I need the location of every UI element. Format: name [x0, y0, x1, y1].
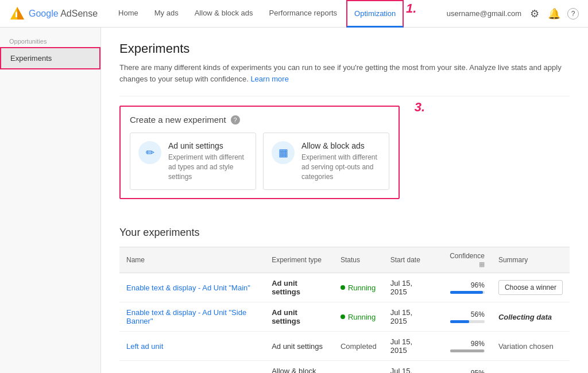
settings-icon[interactable]: ⚙ — [528, 7, 541, 20]
step1-label: 1. — [406, 1, 416, 16]
card-grid-icon: ▦ — [272, 141, 295, 164]
sidebar-section-opportunities: Opportunities — [0, 32, 100, 47]
row-confidence: 98% — [434, 332, 491, 361]
create-help-icon[interactable]: ? — [231, 115, 240, 125]
sidebar: Opportunities Experiments 2. — [0, 28, 101, 373]
table-header: Name Experiment type Status Start date C… — [119, 247, 570, 273]
experiments-table: Name Experiment type Status Start date C… — [119, 247, 570, 373]
sidebar-item-experiments[interactable]: Experiments — [0, 47, 100, 69]
status-running: Running — [341, 313, 377, 321]
create-experiment-section: Create a new experiment ? ✏ Ad unit sett… — [119, 106, 400, 211]
card-allow-block-ads[interactable]: ▦ Allow & block ads Experiment with diff… — [263, 133, 389, 190]
row-name: Enable text & display - Ad Unit "Side Ba… — [119, 302, 265, 332]
choose-winner-button[interactable]: Choose a winner — [498, 280, 563, 295]
nav-right: username@gmail.com ⚙ 🔔 ? — [447, 7, 579, 20]
logo-adsense: AdSense — [59, 9, 98, 19]
page-description: There are many different kinds of experi… — [119, 62, 570, 84]
experiments-tbody: Enable text & display - Ad Unit "Main"Ad… — [119, 273, 570, 373]
page-title: Experiments — [119, 41, 570, 56]
row-confidence: 56% — [434, 302, 491, 332]
svg-rect-3 — [16, 11, 17, 13]
row-status: Completed — [334, 332, 384, 361]
col-name: Name — [119, 247, 265, 273]
nav-performance[interactable]: Performance reports — [262, 0, 345, 28]
svg-marker-1 — [17, 7, 24, 20]
nav-myads[interactable]: My ads — [148, 0, 185, 28]
row-name: Left ad unit — [119, 332, 265, 361]
row-summary: Variation chosen — [492, 332, 570, 361]
row-type: Ad unit settings — [265, 332, 334, 361]
svg-rect-2 — [16, 13, 17, 17]
table-row: Enable text & display - Ad Unit "Side Ba… — [119, 302, 570, 332]
card-allow-block-title: Allow & block ads — [301, 141, 381, 150]
top-navigation: Google AdSense Home My ads Allow & block… — [0, 0, 588, 28]
row-status: Running — [334, 302, 384, 332]
row-date: Jul 15, 2015 — [384, 332, 435, 361]
create-experiment-box: Create a new experiment ? ✏ Ad unit sett… — [119, 106, 400, 199]
user-email: username@gmail.com — [447, 9, 521, 18]
row-name: Gambling on or off? — [119, 361, 265, 373]
card-ad-unit-desc: Experiment with different ad types and a… — [168, 153, 247, 181]
notifications-icon[interactable]: 🔔 — [548, 7, 560, 20]
help-icon[interactable]: ? — [567, 8, 579, 20]
status-dot — [341, 314, 345, 319]
adsense-logo-icon — [9, 6, 25, 22]
col-date: Start date — [384, 247, 435, 273]
col-type: Experiment type — [265, 247, 334, 273]
row-summary: Variation chosen — [492, 361, 570, 373]
logo: Google AdSense — [9, 6, 98, 22]
confidence-help[interactable]: ▦ — [479, 261, 485, 267]
table-row: Left ad unitAd unit settingsCompletedJul… — [119, 332, 570, 361]
card-allow-block-content: Allow & block ads Experiment with differ… — [301, 141, 381, 181]
col-status: Status — [334, 247, 384, 273]
nav-allowblock[interactable]: Allow & block ads — [188, 0, 260, 28]
experiment-link[interactable]: Enable text & display - Ad Unit "Side Ba… — [126, 308, 246, 325]
experiment-link[interactable]: Left ad unit — [126, 342, 163, 351]
row-status: Running — [334, 273, 384, 302]
row-type: Allow & block ads — [265, 361, 334, 373]
card-allow-block-desc: Experiment with different ad serving opt… — [301, 153, 381, 181]
main-layout: Opportunities Experiments 2. Experiments… — [0, 28, 588, 373]
card-pencil-icon: ✏ — [138, 141, 161, 164]
col-summary: Summary — [492, 247, 570, 273]
row-status: Completed — [334, 361, 384, 373]
table-row: Enable text & display - Ad Unit "Main"Ad… — [119, 273, 570, 302]
row-date: Jul 15, 2015 — [384, 361, 435, 373]
experiments-section-title: Your experiments — [119, 227, 570, 239]
row-confidence: 95% — [434, 361, 491, 373]
main-content: Experiments There are many different kin… — [101, 28, 588, 373]
nav-home[interactable]: Home — [111, 0, 145, 28]
table-row: Gambling on or off?Allow & block adsComp… — [119, 361, 570, 373]
logo-google: Google — [29, 9, 59, 19]
col-confidence: Confidence ▦ — [434, 247, 491, 273]
row-summary: Choose a winner — [492, 273, 570, 302]
status-running: Running — [341, 283, 377, 292]
row-date: Jul 15, 2015 — [384, 302, 435, 332]
nav-optimization[interactable]: Optimization — [346, 0, 404, 28]
row-confidence: 96% — [434, 273, 491, 302]
collecting-data: Collecting data — [498, 313, 552, 321]
row-type: Ad unit settings — [265, 273, 334, 302]
row-name: Enable text & display - Ad Unit "Main" — [119, 273, 265, 302]
row-type: Ad unit settings — [265, 302, 334, 332]
create-experiment-title: Create a new experiment ? — [130, 115, 389, 125]
card-ad-unit-title: Ad unit settings — [168, 141, 247, 150]
card-ad-unit-content: Ad unit settings Experiment with differe… — [168, 141, 247, 181]
experiment-cards: ✏ Ad unit settings Experiment with diffe… — [130, 133, 389, 190]
step3-label: 3. — [415, 100, 425, 115]
experiment-link[interactable]: Enable text & display - Ad Unit "Main" — [126, 283, 250, 292]
learn-more-link[interactable]: Learn more — [250, 75, 288, 83]
status-dot — [341, 285, 345, 290]
nav-links: Home My ads Allow & block ads Performanc… — [111, 0, 447, 28]
row-summary: Collecting data — [492, 302, 570, 332]
divider — [119, 96, 570, 96]
row-date: Jul 15, 2015 — [384, 273, 435, 302]
card-ad-unit-settings[interactable]: ✏ Ad unit settings Experiment with diffe… — [130, 133, 256, 190]
